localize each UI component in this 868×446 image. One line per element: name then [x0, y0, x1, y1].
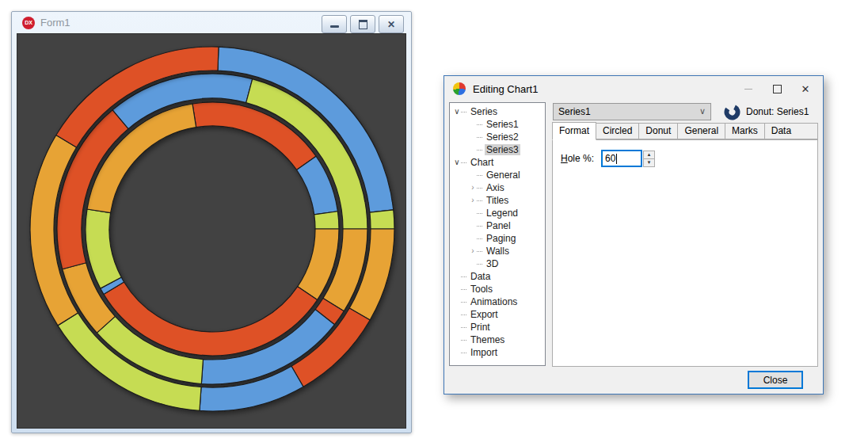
tree-connector [477, 251, 482, 252]
tree-item-tools[interactable]: Tools [450, 283, 545, 295]
tree-connector [461, 340, 466, 341]
tree-item-label: Tools [469, 284, 494, 295]
tree-item-label: Series1 [485, 119, 520, 130]
form1-window: DX Form1 ✕ [11, 11, 412, 433]
close-dialog-button[interactable]: Close [748, 371, 803, 389]
devexpress-app-icon: DX [22, 17, 35, 29]
minimize-icon [330, 25, 339, 28]
tree-connector [461, 314, 466, 315]
tree-item-titles[interactable]: ›Titles [450, 194, 545, 207]
tree-item-3d[interactable]: 3D [450, 257, 545, 270]
form1-titlebar[interactable]: DX Form1 ✕ [12, 12, 411, 33]
tree-item-series1[interactable]: Series1 [450, 118, 545, 131]
dialog-close-button[interactable]: ✕ [791, 76, 820, 101]
form1-window-title: Form1 [40, 17, 70, 29]
chevron-collapsed-icon[interactable]: › [468, 181, 478, 194]
tree-item-label: Import [469, 347, 499, 358]
tree-item-legend[interactable]: Legend [450, 207, 545, 219]
tab-general[interactable]: General [678, 123, 725, 139]
form1-minimize-button[interactable] [322, 15, 347, 33]
form1-maximize-button[interactable] [350, 15, 375, 33]
tree-item-label: Titles [485, 195, 510, 206]
text-caret [616, 154, 617, 164]
tree-item-series[interactable]: ∨Series [450, 105, 545, 118]
chevron-expanded-icon[interactable]: ∨ [452, 105, 462, 118]
minimize-icon [744, 89, 752, 90]
chart-editor-icon [453, 82, 466, 95]
tree-item-series3[interactable]: Series3 [450, 143, 545, 156]
tree-item-themes[interactable]: Themes [450, 334, 545, 346]
donut-ring-inner [86, 102, 339, 356]
tree-connector [461, 302, 466, 303]
tree-item-label: Paging [485, 233, 517, 244]
tab-donut[interactable]: Donut [639, 123, 678, 139]
dialog-maximize-button[interactable] [763, 76, 791, 101]
dialog-titlebar[interactable]: Editing Chart1 ✕ [444, 76, 823, 101]
combo-value: Series1 [558, 106, 591, 117]
spin-down-button[interactable]: ▼ [643, 158, 655, 167]
tree-item-animations[interactable]: Animations [450, 295, 545, 308]
tree-item-label: Axis [485, 182, 506, 193]
close-icon: ✕ [801, 83, 810, 95]
tree-item-data[interactable]: Data [450, 270, 545, 283]
hole-percent-label: Hole %: [561, 153, 594, 164]
tree-item-label: Chart [469, 157, 495, 168]
tree-item-label: 3D [485, 258, 500, 269]
tab-data-source[interactable]: Data Source [765, 123, 818, 139]
series-selector-combo[interactable]: Series1 ∨ [553, 103, 711, 120]
tree-item-print[interactable]: Print [450, 321, 545, 334]
donut-segment [370, 210, 394, 229]
tree-item-paging[interactable]: Paging [450, 232, 545, 245]
maximize-icon [359, 20, 367, 29]
chevron-expanded-icon[interactable]: ∨ [452, 156, 462, 169]
chevron-collapsed-icon[interactable]: › [468, 194, 478, 207]
editing-chart-dialog: Editing Chart1 ✕ ∨SeriesSeries1Series2Se… [444, 75, 824, 395]
screenshot-root: DX Form1 ✕ [0, 0, 868, 446]
tree-connector [477, 150, 482, 151]
dialog-title: Editing Chart1 [473, 83, 538, 95]
tree-item-label: Walls [485, 246, 511, 257]
tab-format[interactable]: Format [552, 122, 596, 140]
donut-chart [17, 34, 405, 428]
tree-connector [461, 327, 466, 328]
tree-connector [477, 213, 482, 214]
tree-item-export[interactable]: Export [450, 308, 545, 321]
tree-item-general[interactable]: General [450, 169, 545, 181]
tree-connector [477, 200, 482, 201]
tree-connector [461, 276, 466, 277]
tree-item-import[interactable]: Import [450, 346, 545, 359]
dialog-minimize-button[interactable] [734, 76, 763, 101]
tree-connector [477, 175, 482, 176]
tree-connector [477, 137, 482, 138]
series-type-label: Donut: Series1 [746, 106, 809, 117]
tree-connector [477, 264, 482, 265]
tree-item-label: Animations [469, 296, 519, 307]
close-icon: ✕ [387, 20, 395, 29]
tree-item-label: Series3 [485, 144, 520, 155]
tree-item-label: Print [469, 322, 492, 333]
tree-item-panel[interactable]: Panel [450, 219, 545, 232]
tree-connector [461, 289, 466, 290]
tree-item-series2[interactable]: Series2 [450, 131, 545, 143]
hole-percent-input[interactable]: 60 [601, 150, 642, 167]
format-tab-content: Hole %: 60 ▲ ▼ [552, 139, 818, 367]
tab-circled[interactable]: Circled [596, 123, 639, 139]
chevron-collapsed-icon[interactable]: › [468, 245, 478, 257]
tree-item-walls[interactable]: ›Walls [450, 245, 545, 257]
chart-panel [17, 33, 406, 429]
tree-item-label: Series [469, 106, 499, 117]
tree-connector [461, 162, 466, 163]
donut-series-type-icon [724, 104, 740, 120]
tree-item-label: Themes [469, 334, 506, 345]
donut-ring-outer [30, 47, 394, 411]
tree-item-chart[interactable]: ∨Chart [450, 156, 545, 169]
hole-percent-value: 60 [605, 153, 615, 164]
tree-item-axis[interactable]: ›Axis [450, 181, 545, 194]
form1-close-button[interactable]: ✕ [379, 15, 404, 33]
donut-segment [314, 212, 339, 229]
tree-item-label: General [485, 170, 522, 181]
tab-marks[interactable]: Marks [725, 123, 765, 139]
hole-percent-spinner: ▲ ▼ [643, 151, 655, 167]
chart-structure-tree: ∨SeriesSeries1Series2Series3∨ChartGenera… [449, 102, 546, 366]
maximize-icon [773, 85, 782, 93]
